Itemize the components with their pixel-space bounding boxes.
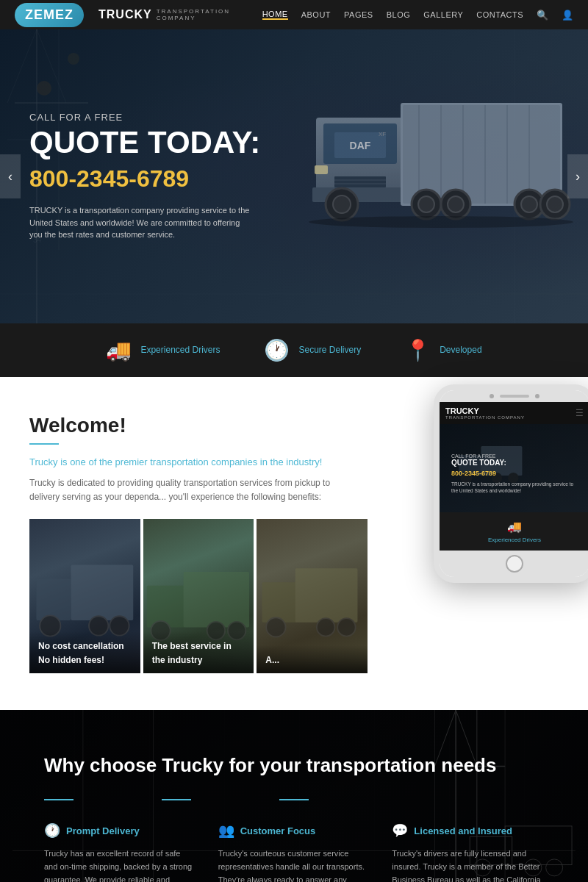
card-label-1: No cost cancellation No hidden fees!: [38, 641, 124, 665]
svg-point-75: [546, 859, 563, 876]
card-item-3[interactable]: A...: [257, 519, 368, 673]
mobile-home-button: [440, 551, 588, 577]
search-icon[interactable]: 🔍: [537, 10, 548, 21]
hero-label: CALL FOR A FREE: [29, 112, 260, 123]
svg-rect-47: [183, 572, 248, 627]
why-col-text-1: Trucky has an excellent record of safe a…: [44, 847, 196, 882]
mobile-menu-icon[interactable]: ☰: [576, 408, 584, 418]
why-col-header-3: 💬 Licensed and Insured: [392, 822, 544, 839]
feature-label-developed: Developed: [440, 345, 481, 356]
hero-description: TRUCKY is a transportation company provi…: [29, 204, 250, 241]
svg-point-39: [547, 196, 563, 212]
mobile-home-circle: [506, 555, 523, 573]
svg-rect-51: [262, 583, 297, 623]
nav-home[interactable]: HOME: [262, 10, 288, 20]
navbar: ZEMEZ TRUCKY TRANSPORTATION COMPANY HOME…: [0, 0, 588, 29]
brand-sub: TRANSPORTATION COMPANY: [157, 8, 262, 21]
why-content: Why choose Trucky for your transportatio…: [44, 754, 544, 882]
mobile-brand-name: TRUCKY: [445, 406, 525, 415]
navbar-brand: TRUCKY TRANSPORTATION COMPANY: [98, 8, 262, 21]
svg-rect-42: [71, 565, 134, 620]
card-item-1[interactable]: No cost cancellation No hidden fees!: [29, 519, 140, 673]
feature-bar: 🚚 Experienced Drivers 🕐 Secure Delivery …: [0, 323, 588, 377]
why-col-1: 🕐 Prompt Delivery Trucky has an excellen…: [44, 822, 196, 882]
navbar-nav: HOME ABOUT PAGES BLOG GALLERY CONTACTS 🔍…: [262, 10, 573, 21]
feature-item-delivery: 🕐 Secure Delivery: [264, 338, 361, 362]
mobile-hero-description: TRUCKY is a transportation company provi…: [451, 481, 578, 494]
card-label-3: A...: [265, 655, 279, 665]
mobile-feature-text: Experienced Drivers: [447, 537, 582, 543]
svg-text:DAF: DAF: [350, 140, 371, 151]
svg-point-37: [521, 196, 537, 212]
card-item-2[interactable]: The best service in the industry: [143, 519, 254, 673]
brand-name: TRUCKY: [98, 8, 152, 21]
mobile-nav-bar: TRUCKY TRANSPORTATION COMPANY ☰: [440, 402, 588, 424]
svg-rect-41: [36, 579, 71, 621]
mobile-hero-phone: 800-2345-6789: [451, 470, 578, 477]
location-icon: 📍: [405, 338, 431, 362]
why-col-header-2: 👥 Customer Focus: [218, 822, 370, 839]
why-divider-1: [44, 799, 74, 800]
why-divider-3: [279, 799, 309, 800]
why-col-3: 💬 Licensed and Insured Trucky's drivers …: [392, 822, 544, 882]
welcome-highlight: Trucky is one of the premier transportat…: [29, 456, 338, 467]
welcome-description: Trucky is dedicated to providing quality…: [29, 476, 338, 504]
card-overlay-2: The best service in the industry: [143, 631, 254, 673]
hero-phone: 800-2345-6789: [29, 165, 260, 193]
svg-text:XF: XF: [379, 131, 386, 137]
svg-point-35: [448, 196, 464, 212]
mobile-brand-area: TRUCKY TRANSPORTATION COMPANY: [445, 406, 525, 420]
mobile-screen: TRUCKY TRANSPORTATION COMPANY ☰ CALL FOR…: [440, 402, 588, 551]
mobile-brand-sub: TRANSPORTATION COMPANY: [445, 415, 525, 420]
svg-rect-18: [315, 165, 328, 174]
why-col-title-2: Customer Focus: [240, 825, 316, 836]
hero-next-button[interactable]: ›: [567, 154, 588, 198]
card-overlay-1: No cost cancellation No hidden fees!: [29, 631, 140, 673]
svg-rect-19: [334, 176, 386, 187]
svg-point-54: [317, 619, 334, 637]
hero-prev-button[interactable]: ‹: [0, 154, 21, 198]
mobile-hero-title: QUOTE TODAY:: [451, 459, 578, 467]
zemez-label: ZEMEZ: [25, 7, 74, 23]
feature-item-developed: 📍 Developed: [405, 338, 481, 362]
nav-about[interactable]: ABOUT: [301, 10, 331, 19]
svg-point-31: [333, 196, 351, 213]
svg-point-55: [338, 619, 356, 637]
hero-truck-svg: DAF XF: [294, 44, 573, 235]
mobile-speaker: [500, 395, 529, 398]
user-icon[interactable]: 👤: [562, 10, 573, 21]
nav-pages[interactable]: PAGES: [344, 10, 373, 19]
mobile-dot-1: [490, 394, 494, 398]
feature-item-drivers: 🚚 Experienced Drivers: [106, 338, 220, 362]
svg-rect-46: [146, 586, 184, 628]
why-section: 844 S44 Why choose Trucky for your trans…: [0, 710, 588, 882]
mobile-feature-bar: 🚚 Experienced Drivers: [440, 512, 588, 551]
welcome-wrapper: Welcome! Trucky is one of the premier tr…: [0, 377, 588, 710]
feature-label-delivery: Secure Delivery: [298, 345, 361, 356]
mobile-hero-label: CALL FOR A FREE: [451, 453, 578, 459]
mobile-feature-truck-icon: 🚚: [447, 520, 582, 534]
nav-blog[interactable]: BLOG: [387, 10, 411, 19]
svg-point-33: [418, 196, 434, 212]
licensed-icon: 💬: [392, 822, 408, 839]
navbar-left: ZEMEZ TRUCKY TRANSPORTATION COMPANY: [15, 3, 262, 27]
mobile-notch: [440, 390, 588, 402]
why-col-title-3: Licensed and Insured: [414, 825, 512, 836]
welcome-title: Welcome!: [29, 414, 338, 437]
customer-focus-icon: 👥: [218, 822, 234, 839]
prompt-delivery-icon: 🕐: [44, 822, 60, 839]
card-overlay-3: A...: [257, 645, 368, 674]
why-columns: 🕐 Prompt Delivery Trucky has an excellen…: [44, 822, 544, 882]
nav-gallery[interactable]: GALLERY: [423, 10, 463, 19]
truck-icon: 🚚: [106, 338, 132, 362]
why-col-2: 👥 Customer Focus Trucky's courteous cust…: [218, 822, 370, 882]
why-col-text-2: Trucky's courteous customer service repr…: [218, 847, 370, 882]
svg-point-9: [68, 53, 79, 65]
why-col-title-1: Prompt Delivery: [66, 825, 140, 836]
welcome-left: Welcome! Trucky is one of the premier tr…: [29, 414, 338, 673]
why-title: Why choose Trucky for your transportatio…: [44, 754, 544, 777]
nav-contacts[interactable]: CONTACTS: [476, 10, 523, 19]
svg-rect-52: [295, 569, 358, 623]
zemez-badge[interactable]: ZEMEZ: [15, 3, 84, 27]
clock-icon: 🕐: [264, 338, 290, 362]
